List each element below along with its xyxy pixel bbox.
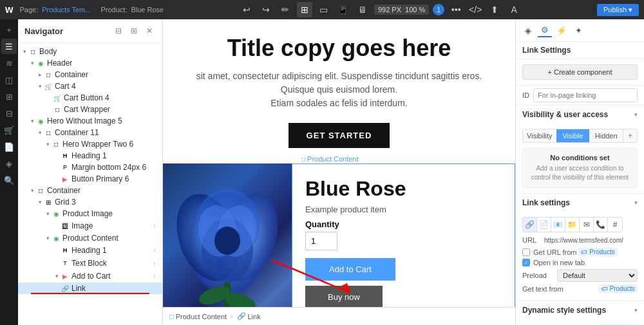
tree-item-add-to-cart[interactable]: ▾ ▶ Add to Cart ↑ [18, 270, 162, 283]
tree-item-container2[interactable]: ▾ □ Container [18, 185, 162, 196]
tree-item-link[interactable]: ▸ 🔗 Link [18, 283, 162, 294]
tree-item-cart-wrapper[interactable]: ▸ □ Cart Wrapper [18, 104, 162, 115]
tree-item-product-content[interactable]: ▾ ◉ Product Content [18, 232, 162, 244]
vis-tab-plus[interactable]: + [623, 129, 637, 142]
phone-icon[interactable]: 📱 [336, 2, 351, 17]
navigator-icon[interactable]: ☰ [1, 39, 17, 54]
tree-item-textblock[interactable]: ▸ T Text Block ↑ [18, 257, 162, 270]
share-icon[interactable]: ⬆ [487, 2, 502, 17]
id-input[interactable] [533, 88, 638, 102]
desktop-icon[interactable]: 🖥 [355, 2, 370, 17]
nav-collapse-icon[interactable]: ⊟ [112, 24, 125, 37]
heading1b-action[interactable]: ↑ [149, 245, 160, 255]
product-content-label: □ Product Content [299, 155, 361, 163]
tree-item-margin[interactable]: ▸ P Margin bottom 24px 6 [18, 162, 162, 173]
tree-item-hero[interactable]: ▾ ◉ Hero Without Image 5 [18, 115, 162, 127]
tree-item-body[interactable]: ▾ □ Body [18, 46, 162, 57]
preload-select[interactable]: Default None Prefetch Prerender [557, 269, 638, 282]
custom-code-icon[interactable]: ✦ [571, 23, 585, 37]
publish-button[interactable]: Publish ▾ [597, 4, 639, 16]
undo-icon[interactable]: ↩ [239, 2, 254, 17]
get-started-button[interactable]: GET STARTED [289, 123, 390, 148]
ecommerce-icon[interactable]: 🛒 [1, 122, 17, 138]
navigator-title: Navigator [24, 26, 112, 36]
breadcrumb-product-content[interactable]: □ Product Content [169, 313, 227, 320]
dynamic-style-header[interactable]: Dynamic style settings ▾ [516, 301, 644, 319]
container2-icon: □ [36, 186, 45, 195]
more-icon[interactable]: ••• [448, 2, 464, 17]
nav-close-icon[interactable]: ✕ [143, 24, 156, 37]
link-type-email2[interactable]: ✉ [580, 218, 594, 232]
nav-expand-icon[interactable]: ⊞ [128, 24, 140, 37]
tree-item-btn-primary[interactable]: ▸ ▶ Button Primary 6 [18, 173, 162, 185]
image-action[interactable]: ↑ [149, 221, 160, 231]
product-section: □ Product Content Blue Rose Example prod… [163, 163, 515, 307]
tree-item-image[interactable]: ▸ 🖼 Image ↑ [18, 219, 162, 232]
headingb-icon: H [61, 246, 70, 255]
grid-icon[interactable]: ⊞ [297, 2, 312, 17]
tree-item-grid3[interactable]: ▾ ⊞ Grid 3 [18, 196, 162, 208]
font-icon[interactable]: A [506, 2, 522, 17]
hero-title[interactable]: Title copy goes here [189, 35, 489, 62]
components-icon[interactable]: ◫ [1, 72, 17, 88]
tree-label-container2: Container [47, 186, 162, 195]
link-type-link[interactable]: 🔗 [523, 218, 537, 232]
interactions-panel-icon[interactable]: ⚡ [554, 23, 569, 37]
vis-tab-visible[interactable]: Visible [556, 129, 590, 142]
tree-item-cart4[interactable]: ▾ 🛒 Cart 4 [18, 80, 162, 92]
add-element-icon[interactable]: + [1, 22, 17, 37]
addtocart-action[interactable]: ↑ [149, 271, 160, 281]
visibility-section-header[interactable]: Visibility & user access ▾ [516, 106, 644, 124]
visibility-tabs: Visibility Visible Hidden + [522, 129, 638, 143]
textblock-action[interactable]: ↑ [149, 258, 160, 268]
breadcrumb-link-icon: 🔗 [237, 312, 246, 320]
no-conditions-desc: Add a user access condition to control t… [528, 164, 632, 182]
w-logo: w [5, 4, 13, 15]
logic-icon[interactable]: ◈ [1, 156, 17, 171]
visibility-arrow: ▾ [634, 111, 638, 118]
link-type-phone[interactable]: 📞 [594, 218, 608, 232]
style-panel-icon[interactable]: ◈ [521, 23, 535, 37]
tree-item-heading1b[interactable]: ▸ H Heading 1 ↑ [18, 244, 162, 257]
badge-icon[interactable]: 1 [433, 4, 444, 15]
link-type-email[interactable]: 📧 [551, 218, 565, 232]
dynamic-style-section: Dynamic style settings ▾ Get Text Color … [516, 301, 644, 325]
link-type-media[interactable]: 📁 [565, 218, 580, 232]
url-value[interactable]: https://www.termsfeed.com/ [544, 237, 638, 244]
no-conditions-box: No conditions set Add a user access cond… [522, 148, 638, 188]
create-component-button[interactable]: + Create component [522, 64, 638, 80]
link-settings-body-header[interactable]: Link settings ▾ [516, 194, 644, 212]
assets-icon[interactable]: ⊞ [1, 89, 17, 104]
page-name[interactable]: Products Tem... [42, 6, 91, 14]
vis-tab-hidden[interactable]: Hidden [589, 129, 623, 142]
vis-tab-visibility[interactable]: Visibility [523, 129, 556, 142]
tree-item-herowrap[interactable]: ▾ □ Hero Wrapper Two 6 [18, 138, 162, 150]
cms-icon[interactable]: ⊟ [1, 106, 17, 121]
dynamic-style-content: Get Text Color from 🏷 Products Get BG Im… [516, 319, 644, 325]
tree-item-cart-button[interactable]: ▸ 🛒 Cart Button 4 [18, 92, 162, 104]
link-type-anchor[interactable]: # [608, 218, 622, 232]
edit-icon[interactable]: ✏ [278, 2, 293, 17]
search-icon[interactable]: 🔍 [1, 172, 17, 188]
style-icon[interactable]: ≋ [1, 55, 17, 71]
breadcrumb-link[interactable]: 🔗 Link [237, 312, 261, 320]
tree-item-heading1[interactable]: ▸ H Heading 1 [18, 150, 162, 162]
pages-icon[interactable]: 📄 [1, 139, 17, 154]
product-description: Example product item [305, 205, 502, 214]
publish-area: Publish ▾ [597, 4, 639, 16]
open-new-tab-checkbox[interactable]: ✓ [522, 259, 530, 266]
tree-item-header[interactable]: ▾ ◉ Header [18, 57, 162, 69]
redo-icon[interactable]: ↪ [258, 2, 274, 17]
visibility-section: Visibility & user access ▾ Visibility Vi… [516, 106, 644, 194]
tablet-icon[interactable]: ▭ [316, 2, 332, 17]
code-icon[interactable]: </> [468, 2, 483, 17]
tree-item-container[interactable]: ▸ □ Container [18, 69, 162, 80]
get-url-checkbox[interactable] [522, 248, 530, 256]
herowrap-icon: □ [52, 140, 61, 149]
tree-item-product-image[interactable]: ▾ ◉ Product Image [18, 208, 162, 219]
link-type-page[interactable]: 📄 [537, 218, 551, 232]
product-title[interactable]: Blue Rose [305, 177, 502, 201]
tree-item-container11[interactable]: ▾ □ Container 11 [18, 127, 162, 138]
settings-panel-icon[interactable]: ⚙ [538, 23, 552, 37]
tree-arrow: ▾ [36, 82, 44, 90]
